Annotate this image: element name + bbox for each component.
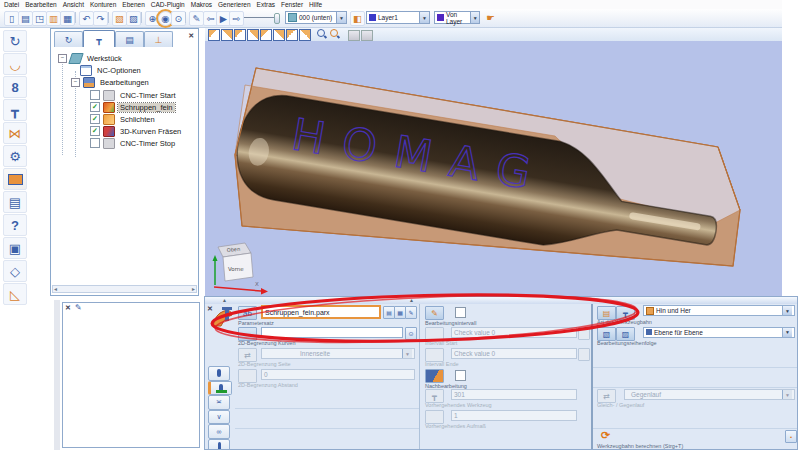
scroll-left-icon[interactable]: ◄: [53, 286, 58, 292]
package-macro-icon[interactable]: ▣: [3, 237, 27, 259]
collapse-icon[interactable]: ▲: [222, 297, 227, 303]
reihenfolge-select[interactable]: Ebene für Ebene ▼: [643, 327, 795, 338]
werkzeugbahn-select[interactable]: Hin und Her ▼: [643, 305, 795, 316]
close-icon[interactable]: ✕: [188, 32, 194, 40]
param-tab-vgroove[interactable]: ∨: [208, 410, 230, 425]
intervall-ende-field[interactable]: Check value 0: [451, 348, 577, 359]
parametersatz-field[interactable]: Schruppen_fein.parx: [261, 305, 381, 319]
menu-fenster[interactable]: Fenster: [281, 1, 303, 8]
pick-curve-button[interactable]: ⊙: [405, 327, 417, 340]
new-file-icon[interactable]: ▯: [4, 11, 19, 26]
chevron-down-icon[interactable]: ▼: [782, 328, 792, 337]
speed-slider-track[interactable]: [244, 17, 274, 18]
contour-pen-icon[interactable]: ✎: [189, 11, 204, 26]
color-select[interactable]: Von Layer ▼: [434, 11, 480, 24]
saw-macro-icon[interactable]: ⋈: [3, 122, 27, 144]
vorhergehendes-aufmass-field[interactable]: 1: [451, 410, 577, 421]
undo-icon[interactable]: ↶: [79, 11, 94, 26]
param-tab-tool[interactable]: [208, 366, 230, 381]
param-tab-link[interactable]: ∞: [208, 424, 230, 439]
help-query-icon[interactable]: ?: [3, 214, 27, 236]
menu-ansicht[interactable]: Ansicht: [63, 1, 84, 8]
checkbox[interactable]: [90, 90, 100, 100]
level-select[interactable]: 000 (unten) ▼: [285, 11, 347, 24]
chevron-down-icon[interactable]: ▼: [470, 12, 479, 23]
wireframe-view-icon[interactable]: ⊙: [171, 11, 186, 26]
begrenzung-seite-select[interactable]: Innenseite ▼: [261, 348, 415, 359]
zoom-in-icon[interactable]: [317, 29, 327, 39]
menu-ebenen[interactable]: Ebenen: [122, 1, 144, 8]
view-iso1-icon[interactable]: [208, 29, 220, 41]
menu-generieren[interactable]: Generieren: [218, 1, 251, 8]
view-back-icon[interactable]: [273, 29, 285, 41]
view-bottom-icon[interactable]: [286, 29, 298, 41]
pocket-macro-icon[interactable]: ◡: [3, 53, 27, 75]
tree-item-3d-kurven-fraesen[interactable]: ✓ 3D-Kurven Fräsen: [90, 125, 183, 137]
chevron-down-icon[interactable]: ▼: [419, 12, 429, 23]
panel-header[interactable]: ▲ ▲: [205, 297, 798, 304]
clip-plane-icon[interactable]: [348, 30, 360, 41]
monitor-macro-icon[interactable]: [3, 168, 27, 190]
paint-layer-icon[interactable]: ◧: [350, 11, 365, 26]
edit-note-icon[interactable]: ✎: [75, 303, 82, 312]
bearbeitungsintervall-checkbox[interactable]: [455, 307, 466, 318]
tree-item-nc-optionen[interactable]: NC-Optionen: [80, 64, 143, 76]
menu-hilfe[interactable]: Hilfe: [309, 1, 322, 8]
intervall-start-field[interactable]: Check value 0: [451, 327, 577, 338]
nachbearbeitung-checkbox[interactable]: [455, 370, 466, 381]
expander-icon[interactable]: −: [71, 78, 80, 87]
tree-item-cnc-timer-stop[interactable]: CNC-Timer Stop: [90, 137, 177, 149]
surface-macro-icon[interactable]: ◇: [3, 260, 27, 282]
view-side-icon[interactable]: [260, 29, 272, 41]
tree-item-schruppen-fein[interactable]: ✓ Schruppen_fein: [90, 101, 175, 113]
tab-machining[interactable]: ┳: [83, 30, 115, 48]
viewport-canvas[interactable]: HOMAG Oben Vorne X: [205, 41, 782, 296]
step-forward-icon[interactable]: ⇨: [229, 11, 244, 26]
chevron-down-icon[interactable]: ▼: [336, 12, 346, 23]
save-icon[interactable]: ▦: [60, 11, 75, 26]
param-tab-probe[interactable]: [208, 439, 230, 450]
import-icon[interactable]: ▥: [46, 11, 61, 26]
checkbox[interactable]: ✓: [90, 102, 100, 112]
tree-item-werkstueck[interactable]: − Werkstück: [58, 52, 124, 64]
calculate-toolpath-icon[interactable]: ⟳: [601, 429, 610, 442]
view-top-icon[interactable]: [234, 29, 246, 41]
tree-item-bearbeitungen[interactable]: − Bearbeitungen: [71, 76, 151, 88]
layer-select[interactable]: Layer1 ▼: [366, 11, 430, 24]
menu-bearbeiten[interactable]: Bearbeiten: [25, 1, 56, 8]
expand-panel-button[interactable]: •: [785, 430, 797, 443]
tab-contours[interactable]: ↻: [54, 31, 83, 47]
param-tab-tool-active[interactable]: [208, 381, 232, 396]
new-template-icon[interactable]: ▤: [18, 11, 33, 26]
orientation-cube[interactable]: Oben Vorne X: [211, 237, 275, 295]
scroll-right-icon[interactable]: ►: [191, 286, 196, 292]
checkbox[interactable]: ✓: [90, 114, 100, 124]
edit-paramset-button[interactable]: ✎: [405, 306, 417, 319]
chevron-down-icon[interactable]: ▼: [782, 306, 792, 315]
gegenlauf-select[interactable]: Gegenlauf ▼: [624, 389, 795, 400]
menu-makros[interactable]: Makros: [191, 1, 212, 8]
paste-icon[interactable]: ▨: [126, 11, 141, 26]
param-tab-clamp[interactable]: ≍: [208, 395, 230, 410]
tree-item-schlichten[interactable]: ✓ Schlichten: [90, 113, 157, 125]
menu-cad-plugin[interactable]: CAD-Plugin: [151, 1, 185, 8]
collapse-icon[interactable]: ▲: [409, 297, 414, 303]
tree-horizontal-scrollbar[interactable]: ◄ ►: [52, 285, 197, 293]
tree-item-cnc-timer-start[interactable]: CNC-Timer Start: [90, 89, 178, 101]
speed-slider-handle[interactable]: [274, 13, 280, 24]
tab-output[interactable]: ⊥: [144, 31, 173, 47]
hand-pick-icon[interactable]: ☛: [484, 11, 497, 24]
menu-konturen[interactable]: Konturen: [90, 1, 116, 8]
panel-splitter[interactable]: [54, 300, 60, 450]
redo-icon[interactable]: ↷: [93, 11, 108, 26]
document-macro-icon[interactable]: ▤: [3, 191, 27, 213]
view-iso2-icon[interactable]: [221, 29, 233, 41]
section-view-icon[interactable]: [361, 30, 373, 41]
open-file-icon[interactable]: ◳: [32, 11, 47, 26]
view-front-icon[interactable]: [247, 29, 259, 41]
menu-datei[interactable]: Datei: [4, 1, 19, 8]
begrenzung-kurven-field[interactable]: [261, 327, 403, 338]
corner-tool-icon[interactable]: ◺: [3, 283, 27, 305]
view-rotate-icon[interactable]: [299, 29, 311, 41]
zoom-window-icon[interactable]: [330, 29, 340, 39]
